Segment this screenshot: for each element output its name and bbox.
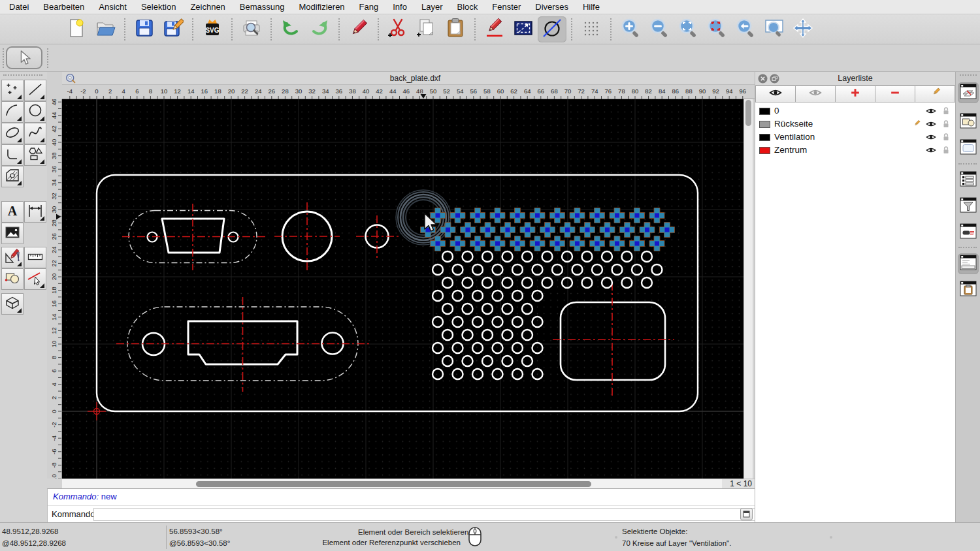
zoom-out-button[interactable] (645, 16, 674, 42)
layer-visibility-toggle[interactable] (926, 119, 936, 129)
menu-item-fang[interactable]: Fang (359, 2, 379, 12)
drawing-canvas[interactable] (62, 99, 743, 479)
layer-visibility-toggle[interactable] (926, 146, 936, 155)
add-layer-button[interactable] (836, 86, 875, 102)
open-file-button[interactable] (91, 16, 120, 42)
layer-color-swatch[interactable] (759, 147, 770, 154)
tool-dimension-button[interactable] (24, 201, 46, 223)
dock-property-editor-button[interactable] (958, 170, 979, 191)
zoom-in-button[interactable] (616, 16, 645, 42)
command-input[interactable] (93, 508, 783, 521)
menu-item-info[interactable]: Info (393, 2, 407, 12)
drag-handle[interactable] (3, 74, 42, 76)
absolute-coordinates: 48.9512,28.9268 (2, 527, 58, 535)
new-file-button[interactable] (62, 16, 91, 42)
drag-handle[interactable] (47, 48, 48, 68)
tool-attributes-button[interactable] (24, 268, 46, 290)
menu-item-datei[interactable]: Datei (9, 2, 29, 12)
menu-item-ansicht[interactable]: Ansicht (99, 2, 127, 12)
command-window-toggle-button[interactable] (740, 508, 753, 520)
layer-row-ventilation[interactable]: Ventilation (755, 131, 955, 144)
paste-button[interactable] (441, 16, 470, 42)
drag-handle[interactable] (3, 48, 4, 68)
tool-box3d-button[interactable] (1, 293, 24, 315)
layer-visibility-toggle[interactable] (926, 106, 936, 116)
layer-color-swatch[interactable] (759, 134, 770, 141)
layer-lock-toggle[interactable] (941, 146, 951, 155)
remove-layer-button[interactable] (875, 86, 915, 102)
dock-tool-matrix-button[interactable] (958, 222, 979, 243)
edit-layer-button[interactable] (915, 86, 955, 102)
layer-visibility-toggle[interactable] (926, 133, 936, 142)
dock-selection-filter-button[interactable] (958, 196, 979, 217)
delete-entity-button[interactable] (344, 16, 373, 42)
zoom-selection-button[interactable] (702, 16, 731, 42)
copy-button[interactable] (412, 16, 441, 42)
horizontal-scrollbar[interactable] (62, 479, 722, 488)
tool-modify-button[interactable] (1, 247, 24, 268)
vertical-scrollbar[interactable] (743, 99, 753, 479)
menu-item-zeichnen[interactable]: Zeichnen (190, 2, 225, 12)
zoom-auto-button[interactable] (674, 16, 702, 42)
tool-text-button[interactable]: A (1, 201, 24, 223)
undo-button[interactable] (276, 16, 305, 42)
tool-shapes-button[interactable] (24, 144, 46, 166)
dock-command-line-button[interactable] (958, 253, 979, 274)
menu-item-diverses[interactable]: Diverses (535, 2, 568, 12)
draw-pencil-button[interactable] (480, 16, 509, 42)
svg-export-button[interactable]: SVG (198, 16, 227, 42)
menu-item-fenster[interactable]: Fenster (492, 2, 521, 12)
tool-spline-button[interactable] (24, 123, 46, 144)
menu-item-hilfe[interactable]: Hilfe (583, 2, 600, 12)
selection-tool-button[interactable] (6, 46, 42, 69)
tool-hatch-button[interactable] (1, 166, 24, 187)
menu-item-bemassung[interactable]: Bemassung (240, 2, 285, 12)
dock-block-list-button[interactable] (958, 112, 979, 133)
show-all-layers-button[interactable] (755, 86, 796, 102)
divide-circle-button[interactable] (538, 16, 566, 42)
print-preview-button[interactable] (237, 16, 266, 42)
horizontal-scrollbar-thumb[interactable] (196, 481, 591, 487)
menu-item-block[interactable]: Block (457, 2, 478, 12)
layer-row-rückseite[interactable]: Rückseite (755, 118, 955, 131)
tool-line-button[interactable] (24, 80, 46, 101)
tool-boolean-button[interactable] (1, 268, 24, 290)
tool-arc-button[interactable] (1, 101, 24, 123)
reference-point (625, 228, 630, 232)
tool-circle-button[interactable] (24, 101, 46, 123)
menu-item-layer[interactable]: Layer (421, 2, 443, 12)
pan-button[interactable] (789, 16, 817, 42)
layer-lock-toggle[interactable] (941, 133, 951, 142)
layer-lock-toggle[interactable] (941, 119, 951, 129)
boolean-icon (4, 270, 21, 289)
dock-library-browser-button[interactable] (958, 138, 979, 159)
save-as-button[interactable] (159, 16, 188, 42)
hide-all-layers-button[interactable] (796, 86, 836, 102)
cut-button[interactable] (384, 16, 412, 42)
svg-text:6: 6 (135, 87, 139, 95)
drag-handle[interactable] (960, 74, 977, 76)
select-area-button[interactable] (509, 16, 538, 42)
dock-layer-list-button[interactable] (958, 82, 979, 103)
tool-image-button[interactable] (1, 223, 24, 244)
layer-row-zentrum[interactable]: Zentrum (755, 144, 955, 157)
layer-row-0[interactable]: 0 (755, 104, 955, 118)
tool-points-button[interactable] (1, 80, 24, 101)
layer-color-swatch[interactable] (759, 121, 770, 128)
redo-button[interactable] (305, 16, 334, 42)
tool-measure-button[interactable] (24, 247, 46, 268)
dock-clipboard-panel-button[interactable] (958, 279, 979, 300)
zoom-window-button[interactable] (760, 16, 789, 42)
ventilation-hole (602, 277, 612, 288)
tool-polyline-button[interactable] (1, 144, 24, 166)
grid-toggle-button[interactable] (577, 16, 606, 42)
menu-item-bearbeiten[interactable]: Bearbeiten (43, 2, 84, 12)
vertical-scrollbar-thumb[interactable] (745, 100, 751, 126)
layer-lock-toggle[interactable] (941, 106, 951, 116)
menu-item-modifizieren[interactable]: Modifizieren (299, 2, 345, 12)
zoom-previous-button[interactable] (731, 16, 760, 42)
menu-item-selektion[interactable]: Selektion (141, 2, 176, 12)
save-button[interactable] (130, 16, 159, 42)
layer-color-swatch[interactable] (759, 108, 770, 115)
tool-ellipse-button[interactable] (1, 123, 24, 144)
